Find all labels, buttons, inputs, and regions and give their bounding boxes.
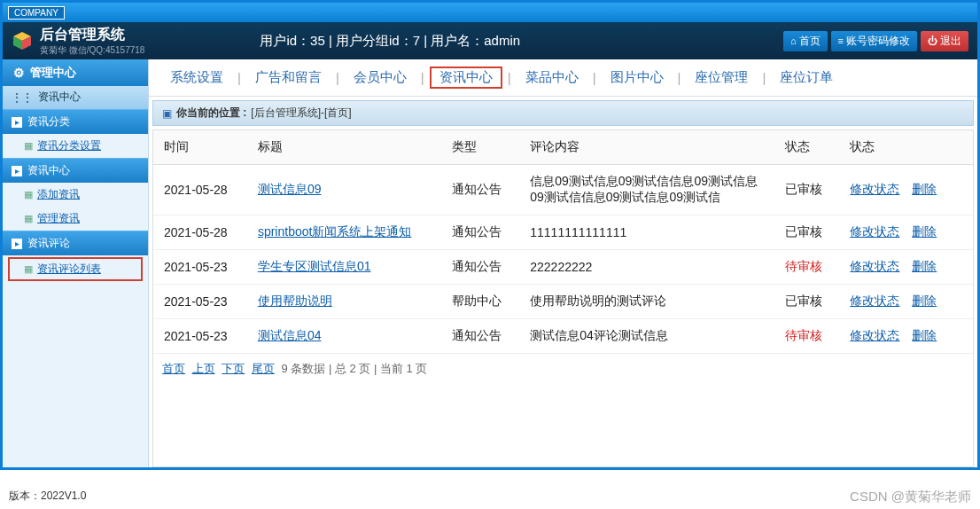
dots-icon: ⋮⋮: [12, 91, 33, 104]
topnav-item[interactable]: 会员中心: [345, 67, 416, 88]
pager-last[interactable]: 尾页: [252, 362, 275, 375]
home-label: 首页: [799, 34, 821, 49]
table-header: 状态: [839, 130, 973, 165]
edit-status-link[interactable]: 修改状态: [850, 259, 899, 273]
doc-icon: ▦: [24, 140, 33, 152]
logo-cube-icon: [12, 30, 33, 51]
doc-icon: ▦: [24, 213, 33, 224]
sidebar-item[interactable]: ▦管理资讯: [3, 207, 148, 231]
sidebar-group-header[interactable]: ▸资讯中心: [3, 158, 148, 183]
cell-type: 通知公告: [441, 319, 520, 354]
version-footer: 版本：2022V1.0: [9, 489, 86, 504]
topnav-item[interactable]: 图片中心: [602, 67, 673, 88]
cell-actions: 修改状态删除: [839, 285, 973, 319]
exit-label: 退出: [940, 34, 961, 49]
sidebar-item[interactable]: ▦资讯分类设置: [3, 134, 148, 158]
sidebar-subheader[interactable]: ⋮⋮ 资讯中心: [3, 86, 148, 109]
sidebar-item-link[interactable]: 资讯评论列表: [37, 262, 101, 277]
edit-status-link[interactable]: 修改状态: [850, 294, 899, 308]
table-header: 标题: [247, 130, 441, 165]
top-nav: 系统设置|广告和留言|会员中心|资讯中心|菜品中心|图片中心|座位管理|座位订单: [149, 59, 977, 97]
topnav-item[interactable]: 资讯中心: [430, 67, 502, 89]
sidebar-group-header[interactable]: ▸资讯评论: [3, 231, 148, 255]
expand-icon: ▸: [12, 166, 22, 176]
breadcrumb: ▣ 你当前的位置 : [后台管理系统]-[首页]: [152, 100, 974, 126]
home-button[interactable]: ⌂首页: [783, 31, 828, 51]
topnav-item[interactable]: 菜品中心: [517, 67, 587, 88]
app-header: 后台管理系统 黄菊华 微信/QQ:45157718 用户id：35 | 用户分组…: [3, 22, 977, 59]
password-label: 账号密码修改: [846, 34, 910, 49]
breadcrumb-prefix: 你当前的位置 :: [176, 106, 246, 121]
title-link[interactable]: 使用帮助说明: [258, 294, 332, 308]
topnav-item[interactable]: 广告和留言: [246, 67, 331, 88]
edit-status-link[interactable]: 修改状态: [850, 328, 899, 342]
pager-prev[interactable]: 上页: [192, 362, 215, 375]
title-link[interactable]: sprintboot新闻系统上架通知: [258, 224, 411, 239]
main-content: 系统设置|广告和留言|会员中心|资讯中心|菜品中心|图片中心|座位管理|座位订单…: [149, 59, 977, 467]
delete-link[interactable]: 删除: [912, 259, 937, 273]
cell-title: 测试信息09: [247, 165, 441, 215]
table-header: 评论内容: [519, 130, 774, 165]
breadcrumb-path: [后台管理系统]-[首页]: [251, 106, 351, 121]
table-header: 时间: [153, 130, 247, 165]
exit-button[interactable]: ⏻退出: [921, 31, 968, 51]
pager-next[interactable]: 下页: [222, 362, 245, 375]
doc-icon: ▦: [24, 189, 33, 200]
password-button[interactable]: ≡账号密码修改: [831, 31, 917, 51]
watermark: CSDN @黄菊华老师: [850, 489, 971, 505]
cell-title: 学生专区测试信息01: [247, 250, 441, 285]
cell-type: 通知公告: [441, 215, 520, 250]
sidebar-subheader-label: 资讯中心: [38, 90, 81, 105]
cell-type: 帮助中心: [441, 285, 520, 319]
delete-link[interactable]: 删除: [912, 182, 937, 196]
cell-content: 使用帮助说明的测试评论: [519, 285, 774, 319]
sidebar-group-header[interactable]: ▸资讯分类: [3, 109, 148, 134]
cell-content: 测试信息04评论测试信息: [519, 319, 774, 354]
table-row: 2021-05-28sprintboot新闻系统上架通知通知公告11111111…: [153, 215, 973, 250]
sidebar-item[interactable]: ▦添加资讯: [3, 183, 148, 207]
sidebar-group-label: 资讯分类: [27, 114, 70, 129]
topnav-item[interactable]: 系统设置: [161, 67, 232, 88]
delete-link[interactable]: 删除: [912, 294, 937, 308]
delete-link[interactable]: 删除: [912, 328, 937, 342]
cell-status: 已审核: [774, 215, 839, 250]
title-link[interactable]: 测试信息04: [258, 328, 322, 342]
topnav-item[interactable]: 座位订单: [771, 67, 842, 88]
topnav-separator: |: [587, 70, 602, 85]
topnav-separator: |: [502, 70, 517, 85]
sidebar-group-label: 资讯评论: [27, 236, 70, 251]
sidebar-item-link[interactable]: 管理资讯: [37, 211, 80, 226]
home-icon: ⌂: [790, 35, 797, 46]
sidebar-item-link[interactable]: 资讯分类设置: [37, 138, 101, 153]
cell-time: 2021-05-28: [153, 165, 247, 215]
table-row: 2021-05-23学生专区测试信息01通知公告222222222待审核修改状态…: [153, 250, 973, 285]
edit-status-link[interactable]: 修改状态: [850, 224, 899, 239]
title-link[interactable]: 学生专区测试信息01: [258, 259, 371, 273]
topnav-item[interactable]: 座位管理: [686, 67, 757, 88]
sidebar-item[interactable]: ▦资讯评论列表: [8, 257, 143, 281]
cell-time: 2021-05-23: [153, 319, 247, 354]
edit-status-link[interactable]: 修改状态: [850, 182, 899, 196]
pager-first[interactable]: 首页: [162, 362, 185, 375]
window-titlebar: COMPANY: [3, 3, 977, 22]
topnav-separator: |: [416, 70, 430, 85]
cell-title: sprintboot新闻系统上架通知: [247, 215, 441, 250]
table-header: 类型: [441, 130, 520, 165]
sidebar-header: ⚙ 管理中心: [3, 59, 148, 86]
cell-type: 通知公告: [441, 165, 520, 215]
doc-icon: ▦: [24, 263, 33, 275]
table-row: 2021-05-23测试信息04通知公告测试信息04评论测试信息待审核修改状态删…: [153, 319, 973, 354]
cell-status: 已审核: [774, 165, 839, 215]
sidebar-item-link[interactable]: 添加资讯: [37, 187, 80, 202]
title-link[interactable]: 测试信息09: [258, 182, 322, 196]
cell-time: 2021-05-23: [153, 250, 247, 285]
titlebar-text: COMPANY: [8, 6, 65, 20]
expand-icon: ▸: [12, 117, 22, 128]
cell-type: 通知公告: [441, 250, 520, 285]
cell-status: 待审核: [774, 250, 839, 285]
location-icon: ▣: [162, 107, 172, 120]
cell-actions: 修改状态删除: [839, 319, 973, 354]
cell-content: 222222222: [519, 250, 774, 285]
delete-link[interactable]: 删除: [912, 224, 937, 239]
sidebar-header-label: 管理中心: [30, 65, 76, 81]
